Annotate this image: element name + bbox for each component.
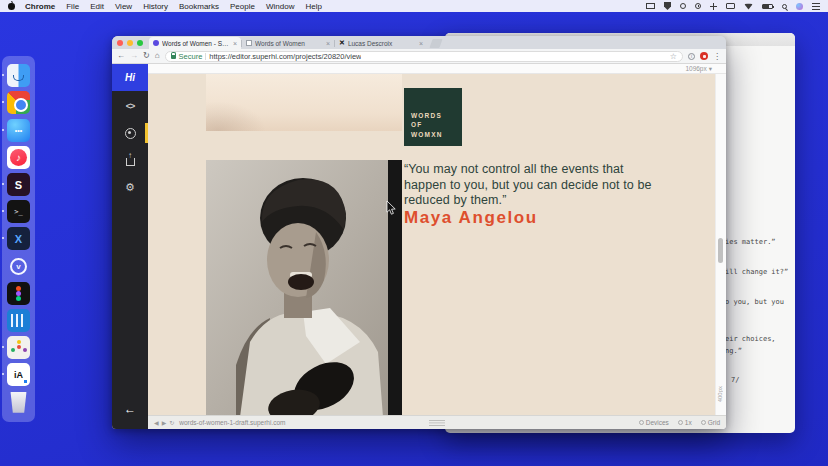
terminal-icon: >_	[7, 200, 30, 223]
tab-close-icon[interactable]: ×	[419, 40, 423, 47]
grid-toggle[interactable]: Grid	[701, 419, 720, 426]
menu-file[interactable]: File	[66, 2, 79, 11]
dock-icon-terminal[interactable]: >_	[7, 200, 30, 223]
zoom-1x-icon	[678, 420, 683, 425]
devices-toggle[interactable]: Devices	[639, 419, 669, 426]
maya-angelou-photo	[206, 160, 402, 415]
viewport-width-label[interactable]: 1096px	[685, 65, 706, 72]
preview-url[interactable]: words-of-women-1-draft.superhi.com	[179, 419, 285, 426]
display-icon[interactable]	[726, 3, 735, 9]
toolbar-actions: i ⋮	[688, 52, 721, 61]
scrollbar-track[interactable]: 400px	[715, 74, 726, 415]
dock-icon-trash[interactable]	[7, 391, 30, 414]
dock-icon-code-editor[interactable]: X	[7, 227, 30, 250]
code-view-button[interactable]: <>	[112, 94, 148, 118]
shield-icon[interactable]	[664, 2, 671, 10]
portrait-illustration	[206, 160, 402, 415]
code-icon: <>	[126, 101, 135, 111]
extension-info-icon[interactable]: i	[688, 53, 695, 60]
screen-cast-icon[interactable]	[646, 3, 655, 9]
dock-icon-finder[interactable]	[7, 64, 30, 87]
preview-back-icon[interactable]: ◀	[154, 419, 159, 426]
bookmark-star-icon[interactable]: ☆	[670, 52, 677, 61]
dock-icon-messages[interactable]: •••	[7, 119, 30, 142]
tab-words-of-women-superhi[interactable]: Words of Women - SuperHi ×	[149, 37, 241, 49]
scrollbar-thumb[interactable]	[718, 238, 723, 263]
superhi-favicon	[153, 40, 159, 46]
more-menu-icon[interactable]: ⋮	[713, 52, 721, 61]
dock-icon-ia-writer[interactable]: iA	[7, 363, 30, 386]
quote-fragment: eir choices,	[725, 335, 776, 343]
dock-icon-mail-circle[interactable]: v	[7, 255, 30, 278]
finder-icon	[7, 64, 30, 87]
wifi-icon[interactable]	[744, 3, 753, 10]
document-favicon	[246, 40, 252, 46]
share-button[interactable]	[112, 148, 148, 172]
siri-icon[interactable]	[796, 3, 803, 10]
home-icon[interactable]: ⌂	[155, 52, 160, 60]
tab-words-of-women[interactable]: Words of Women ×	[242, 37, 334, 49]
preview-forward-icon[interactable]: ▶	[162, 419, 167, 426]
devices-label: Devices	[646, 419, 669, 426]
menu-bookmarks[interactable]: Bookmarks	[179, 2, 219, 11]
menu-chrome[interactable]: Chrome	[25, 2, 55, 11]
trash-icon	[9, 392, 28, 413]
preview-button[interactable]	[112, 121, 148, 145]
preview-reload-icon[interactable]: ↻	[169, 419, 174, 426]
spotlight-search-icon[interactable]	[782, 4, 787, 9]
close-window-button[interactable]	[117, 40, 123, 46]
code-editor-icon: X	[7, 227, 30, 250]
address-bar[interactable]: Secure https://editor.superhi.com/projec…	[165, 51, 683, 62]
menu-edit[interactable]: Edit	[90, 2, 104, 11]
tab-title: Lucas Descroix	[348, 40, 416, 47]
forward-icon[interactable]: →	[130, 52, 138, 60]
tab-close-icon[interactable]: ×	[326, 40, 330, 47]
dock-icon-stripes-app[interactable]	[7, 309, 30, 332]
gear-icon: ⚙	[125, 181, 135, 194]
new-tab-button[interactable]	[429, 39, 442, 48]
menu-help[interactable]: Help	[305, 2, 321, 11]
dock: ••• ♪ S >_ X v iA	[2, 56, 35, 422]
extension-record-icon[interactable]	[700, 52, 708, 60]
dock-icon-slack[interactable]: S	[7, 173, 30, 196]
chevron-down-icon[interactable]: ▾	[709, 65, 712, 73]
dock-icon-figma[interactable]	[7, 282, 30, 305]
minimize-window-button[interactable]	[127, 40, 133, 46]
menu-window[interactable]: Window	[266, 2, 294, 11]
reload-icon[interactable]: ↻	[143, 52, 150, 60]
dock-icon-music[interactable]: ♪	[7, 146, 30, 169]
menu-view[interactable]: View	[115, 2, 132, 11]
chrome-icon	[7, 91, 30, 114]
superhi-logo[interactable]: Hi	[112, 64, 148, 91]
dock-icon-chrome[interactable]	[7, 91, 30, 114]
share-icon	[126, 158, 135, 166]
drag-handle-icon[interactable]	[429, 420, 445, 426]
zoom-window-button[interactable]	[137, 40, 143, 46]
zoom-1x-toggle[interactable]: 1x	[678, 419, 692, 426]
circle-status-icon[interactable]	[680, 3, 686, 9]
quote-fragment: o you, but you	[725, 298, 784, 306]
menu-people[interactable]: People	[230, 2, 255, 11]
quote-author: Maya Angelou	[404, 208, 538, 228]
url-text: https://editor.superhi.com/projects/2082…	[209, 52, 361, 61]
tab-close-icon[interactable]: ×	[233, 40, 237, 47]
logo-line: WOMXN	[411, 130, 462, 139]
back-button[interactable]: ←	[112, 397, 148, 421]
desktop-background: fik ies matter.” ill change it?” o you, …	[0, 0, 828, 466]
window-controls	[117, 36, 143, 49]
battery-icon[interactable]	[762, 4, 773, 9]
mouse-cursor	[386, 200, 397, 220]
music-icon: ♪	[7, 146, 30, 169]
grid-label: Grid	[708, 419, 720, 426]
dock-icon-media-palette[interactable]	[7, 336, 30, 359]
tab-lucas-descroix[interactable]: ✕ Lucas Descroix ×	[335, 37, 427, 49]
settings-button[interactable]: ⚙	[112, 175, 148, 199]
clock-icon[interactable]	[695, 3, 701, 9]
plus-icon[interactable]	[710, 3, 717, 10]
menu-history[interactable]: History	[143, 2, 168, 11]
apple-menu-icon[interactable]	[8, 3, 15, 10]
back-icon[interactable]: ←	[117, 52, 125, 60]
notification-list-icon[interactable]	[812, 3, 820, 10]
browser-toolbar: ← → ↻ ⌂ Secure https://editor.superhi.co…	[112, 49, 726, 64]
ia-writer-icon: iA	[7, 363, 30, 386]
